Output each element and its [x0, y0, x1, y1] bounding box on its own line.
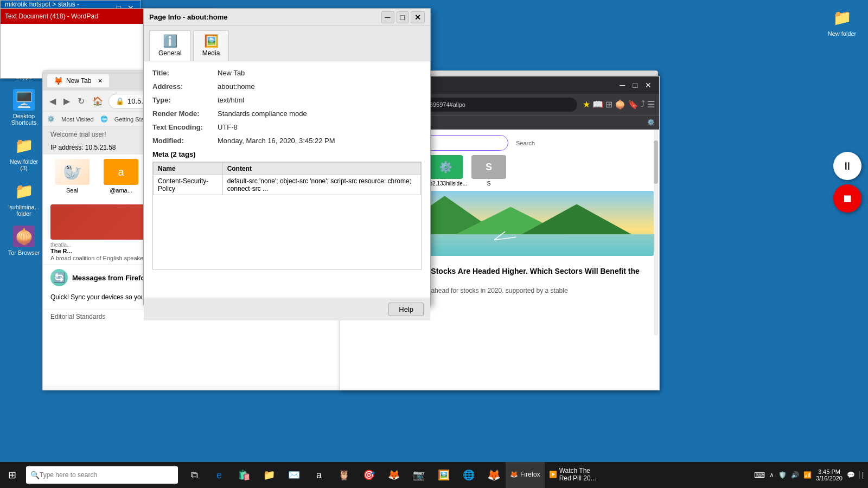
desktop-icon-tor[interactable]: 🧅 Tor Browser [4, 223, 43, 258]
firefox-home-btn[interactable]: 🏠 [90, 94, 105, 108]
page-info-help-button[interactable]: Help [388, 303, 424, 316]
taskbar-desktop-btn[interactable]: | [859, 471, 864, 479]
taskbar-photos-btn[interactable]: 🖼️ [432, 462, 456, 488]
bookmark-most-visited[interactable]: Most Visited [61, 116, 94, 123]
firefox-forward-btn[interactable]: ▶ [61, 94, 72, 108]
barrons-share-btn[interactable]: ⤴ [641, 99, 645, 110]
taskbar-time: 3:45 PM [818, 468, 840, 475]
desktop-icon-sublimina-label: 'sublimina...folder [8, 204, 40, 217]
firefox-sync-icon: 🔄 [50, 269, 68, 286]
page-info-maximize-btn[interactable]: □ [397, 11, 409, 23]
taskbar-system-tray: ⌨ ∧ 🛡️ 🔊 📶 3:45 PM 3/16/2020 💬 | [754, 468, 868, 481]
desktop-icon-sublimina[interactable]: 📁 'sublimina...folder [4, 178, 43, 219]
desktop-icon-new-folder-right[interactable]: 📁 New folder [822, 4, 861, 39]
taskbar-notification-btn[interactable]: 💬 [847, 471, 855, 479]
taskbar-app-watch-icon: ▶️ [549, 471, 557, 478]
rendermode-field-value: Standards compliance mode [218, 110, 422, 118]
recording-stop-button[interactable]: ⏹ [833, 184, 861, 213]
taskbar-amazon-btn[interactable]: a [307, 462, 331, 488]
taskbar-task-view-btn[interactable]: ⧉ [182, 462, 206, 488]
media-tab-label: Media [202, 49, 220, 57]
barrons-minimize-btn[interactable]: ─ [617, 81, 629, 89]
firefox-back-btn[interactable]: ◀ [47, 94, 58, 108]
meta-col-name: Name [154, 163, 223, 175]
page-info-meta-table-area[interactable]: Name Content Content-Security-Policy def… [152, 162, 422, 270]
taskbar-browser2-btn[interactable]: 🌐 [457, 462, 481, 488]
top-site-3[interactable]: S S [471, 155, 506, 187]
sublimina-folder-icon: 📁 [13, 180, 35, 202]
taskbar-explorer-btn[interactable]: 📁 [257, 462, 281, 488]
page-info-tabs: ℹ️ General 🖼️ Media [144, 26, 430, 61]
page-info-close-btn[interactable]: ✕ [411, 11, 425, 23]
barrons-gear-icon[interactable]: ⚙️ [647, 119, 655, 126]
editorial-standards-text: Editorial Standards [50, 313, 105, 320]
top-site-3-img: S [471, 155, 506, 179]
taskbar-edge-btn[interactable]: e [207, 462, 231, 488]
barrons-close-btn[interactable]: ✕ [642, 81, 655, 89]
media-tab-icon: 🖼️ [204, 34, 219, 48]
barrons-reader-btn[interactable]: 📖 [592, 99, 603, 110]
page-info-tab-media[interactable]: 🖼️ Media [193, 30, 229, 61]
page-info-title: Page Info - about:home [149, 13, 227, 21]
barrons-bookmark-btn[interactable]: 🔖 [628, 99, 639, 110]
taskbar-up-arrow-btn[interactable]: ∧ [769, 471, 774, 479]
page-info-window-controls: ─ □ ✕ [381, 11, 425, 23]
firefox-reload-btn[interactable]: ↻ [75, 94, 87, 108]
page-info-tab-general[interactable]: ℹ️ General [149, 30, 191, 61]
taskbar-search-input[interactable] [40, 471, 159, 479]
barrons-star-btn[interactable]: ★ [583, 99, 590, 110]
type-field-label: Type: [152, 96, 218, 104]
taskbar-unknown-btn[interactable]: 🎯 [357, 462, 381, 488]
taskbar-clock[interactable]: 3:45 PM 3/16/2020 [816, 468, 843, 481]
taskbar-camera-btn[interactable]: 📷 [407, 462, 431, 488]
barrons-scrollbar-thumb[interactable] [654, 140, 658, 184]
barrons-tor-btn[interactable]: 🧅 [615, 99, 626, 110]
ama-icon: a [104, 159, 138, 185]
taskbar-firefox-main-btn[interactable]: 🦊 [482, 462, 506, 488]
barrons-maximize-btn[interactable]: □ [630, 81, 641, 89]
encoding-field-label: Text Encoding: [152, 123, 218, 131]
page-info-minimize-btn[interactable]: ─ [381, 11, 394, 23]
top-site-2-img: ⚙️ [428, 155, 463, 179]
modified-field-value: Monday, March 16, 2020, 3:45:22 PM [218, 137, 422, 145]
page-info-address-row: Address: about:home [152, 82, 422, 91]
firefox-shortcut-ama[interactable]: a @ama... [99, 159, 143, 194]
taskbar-app-firefox-icon: 🦊 [510, 471, 518, 478]
barrons-search-label: Search [516, 140, 535, 146]
start-button[interactable]: ⊞ [0, 462, 24, 488]
page-info-dialog: Page Info - about:home ─ □ ✕ ℹ️ General … [143, 8, 431, 305]
taskbar-app-firefox-label: Firefox [520, 471, 540, 478]
firefox-shortcut-seal[interactable]: 🦭 Seal [50, 159, 94, 194]
taskbar-store-btn[interactable]: 🛍️ [232, 462, 256, 488]
taskbar-network-icon[interactable]: 📶 [803, 471, 812, 479]
taskbar-firefox-esr-btn[interactable]: 🦊 [382, 462, 406, 488]
stop-icon: ⏹ [842, 192, 853, 205]
taskbar-antivirus-icon: 🛡️ [778, 471, 787, 479]
new-folder-right-label: New folder [828, 30, 857, 37]
recording-controls: ⏸ ⏹ [833, 152, 861, 213]
firefox-address-icon: 🔒 [116, 97, 124, 105]
desktop-icon-shortcuts[interactable]: 🖥️ DesktopShortcuts [4, 87, 43, 128]
tripadvisor-icon: 🦉 [338, 469, 350, 481]
page-info-type-row: Type: text/html [152, 96, 422, 104]
firefox-tab-new-tab[interactable]: 🦊 New Tab ✕ [47, 74, 109, 87]
taskbar-mail-btn[interactable]: ✉️ [282, 462, 306, 488]
bookmark-gear-icon: ⚙️ [47, 115, 55, 123]
taskbar-tripadvisor-btn[interactable]: 🦉 [332, 462, 356, 488]
address-field-label: Address: [152, 82, 218, 91]
taskbar-app-watch[interactable]: ▶️ Watch TheRed Pill 20... [545, 462, 601, 488]
page-info-title-row: Title: New Tab [152, 69, 422, 77]
encoding-field-value: UTF-8 [218, 123, 422, 131]
barrons-tab-view-btn[interactable]: ⊞ [605, 99, 612, 110]
desktop-icon-new-folder[interactable]: 📁 New folder(3) [4, 132, 43, 174]
taskbar-app-firefox[interactable]: 🦊 Firefox [506, 462, 545, 488]
firefox-tab-label: New Tab [66, 77, 91, 85]
barrons-menu-btn[interactable]: ☰ [647, 99, 655, 110]
recording-pause-button[interactable]: ⏸ [833, 152, 861, 180]
top-site-3-label: S [487, 181, 491, 187]
wordpad-title: Text Document (418) - WordPad [5, 12, 98, 20]
firefox-tab-close-icon[interactable]: ✕ [98, 78, 103, 85]
taskbar-app-watch-label: Watch TheRed Pill 20... [559, 467, 596, 482]
taskbar-search-box[interactable]: 🔍 [26, 466, 178, 484]
taskbar-volume-icon[interactable]: 🔊 [791, 471, 799, 479]
